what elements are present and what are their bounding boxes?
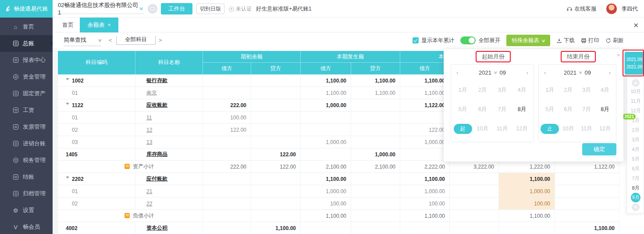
panel-month-item[interactable]: 2月 bbox=[627, 127, 644, 133]
account-name-link[interactable]: 南京 bbox=[146, 90, 157, 96]
month-cell-12[interactable]: 12月 bbox=[596, 119, 614, 138]
month-cell-11[interactable]: 11月 bbox=[577, 119, 596, 138]
next-year-icon[interactable]: › bbox=[609, 69, 611, 76]
refresh-button[interactable]: 刷新 bbox=[605, 37, 624, 44]
panel-month-item[interactable]: 7月 bbox=[627, 175, 644, 182]
subject-selector[interactable]: 全部科目 bbox=[116, 36, 156, 45]
simple-search-dropdown[interactable]: 简单查找 ∨ bbox=[64, 36, 101, 46]
account-name-link[interactable]: 12 bbox=[146, 127, 152, 133]
month-cell-8[interactable]: 8月 bbox=[512, 100, 532, 119]
account-code-cell: 2202 bbox=[58, 173, 135, 185]
bookkeeping-icon[interactable] bbox=[148, 4, 157, 14]
funds-icon bbox=[12, 74, 19, 80]
sidebar-item-tax[interactable]: 税务管理 bbox=[0, 152, 53, 169]
print-button[interactable]: 打印 bbox=[581, 37, 599, 44]
account-name-link[interactable]: 银行存款 bbox=[146, 77, 167, 83]
month-cell-1[interactable]: 1月 bbox=[453, 80, 473, 100]
switch-old-version-button[interactable]: 切到日版 bbox=[196, 4, 224, 14]
end-pill[interactable]: 止 bbox=[541, 124, 559, 134]
workbench-button[interactable]: 工作台 bbox=[161, 3, 192, 14]
expand-caret-icon[interactable] bbox=[66, 103, 69, 107]
month-cell-10[interactable]: 10月 bbox=[473, 119, 492, 138]
sidebar-item-report-center[interactable]: 报表中心 bbox=[0, 52, 53, 68]
month-cell-7[interactable]: 7月 bbox=[577, 100, 596, 119]
next-year-icon[interactable]: › bbox=[527, 69, 528, 76]
sidebar-item-invoice[interactable]: 发票管理 bbox=[0, 119, 53, 135]
user-name[interactable]: 李四代 bbox=[622, 5, 638, 13]
panel-month-item[interactable]: 11月 bbox=[627, 98, 644, 104]
sidebar-item-general-ledger[interactable]: 总账 bbox=[0, 35, 53, 52]
panel-month-current[interactable]: 9月 bbox=[631, 193, 640, 202]
year-month-selector[interactable]: 2021∨09 bbox=[479, 69, 506, 76]
panel-month-item[interactable]: 12月 bbox=[627, 108, 644, 114]
year-month-selector[interactable]: 2021∨09 bbox=[564, 69, 591, 76]
panel-month-item[interactable]: 10月 bbox=[627, 88, 644, 95]
sidebar-item-closing[interactable]: 结账 bbox=[0, 169, 53, 185]
expand-all-toggle[interactable] bbox=[460, 36, 476, 44]
online-service-button[interactable]: 在线客服 bbox=[566, 5, 597, 13]
sidebar-item-settings[interactable]: ⚙设置 bbox=[0, 202, 53, 219]
show-ytd-checkbox[interactable] bbox=[413, 37, 419, 43]
month-cell-10[interactable]: 10月 bbox=[559, 119, 577, 138]
expand-caret-icon[interactable] bbox=[66, 176, 69, 180]
sidebar-item-member[interactable]: V畅会员 bbox=[0, 219, 53, 234]
sidebar-item-archive[interactable]: 归档管理 bbox=[0, 185, 53, 202]
month-cell-4[interactable]: 4月 bbox=[596, 80, 614, 100]
collapse-panel-icon[interactable]: » bbox=[617, 51, 620, 58]
month-cell-6[interactable]: 6月 bbox=[559, 100, 577, 119]
sidebar-item-funds[interactable]: 资金管理 bbox=[0, 68, 53, 85]
sidebar-item-inventory-ledger[interactable]: 进销台账 bbox=[0, 135, 53, 152]
account-name-link[interactable]: 应收账款 bbox=[146, 102, 167, 108]
confirm-button[interactable]: 确定 bbox=[582, 143, 616, 155]
prev-year-icon[interactable]: ‹ bbox=[456, 69, 458, 76]
sidebar-item-fixed-assets[interactable]: 固定资产 bbox=[0, 85, 53, 102]
account-name-link[interactable]: 资本公积 bbox=[146, 225, 167, 231]
tab-close-icon[interactable]: × bbox=[107, 22, 110, 28]
month-cell-3[interactable]: 3月 bbox=[577, 80, 596, 100]
tab-balance-sheet[interactable]: 余额表 × bbox=[80, 18, 118, 32]
month-cell-2[interactable]: 2月 bbox=[473, 80, 492, 100]
company-selector[interactable]: 02畅捷通信息技术股份有限公司1 ∨ bbox=[58, 4, 144, 14]
month-cell-6[interactable]: 6月 bbox=[473, 100, 492, 119]
panel-month-item[interactable]: 8月 bbox=[627, 185, 644, 191]
month-cell-9[interactable]: 止 bbox=[541, 119, 559, 138]
download-button[interactable]: 下载 bbox=[556, 37, 575, 44]
sidebar-item-payroll[interactable]: 工资 bbox=[0, 102, 53, 119]
month-cell-9[interactable]: 起 bbox=[453, 119, 473, 138]
tab-home[interactable]: 首页 bbox=[55, 18, 81, 32]
expand-caret-icon[interactable] bbox=[66, 78, 69, 82]
prev-year-icon[interactable]: ‹ bbox=[544, 69, 546, 76]
start-pill[interactable]: 起 bbox=[454, 124, 472, 134]
month-cell-8[interactable]: 8月 bbox=[596, 100, 614, 119]
next-subject-arrow[interactable]: > bbox=[159, 37, 162, 43]
account-name-link[interactable]: 21 bbox=[146, 188, 152, 194]
amount-cell bbox=[203, 148, 251, 161]
account-name-link[interactable]: 13 bbox=[146, 139, 152, 145]
month-cell-12[interactable]: 12月 bbox=[512, 119, 532, 138]
account-name-link[interactable]: 库存商品 bbox=[146, 151, 167, 157]
scroll-down-button[interactable] bbox=[632, 203, 640, 211]
scroll-up-button[interactable] bbox=[632, 79, 640, 87]
prev-subject-arrow[interactable]: < bbox=[109, 37, 112, 43]
month-cell-5[interactable]: 5月 bbox=[541, 100, 559, 119]
month-cell-7[interactable]: 7月 bbox=[492, 100, 512, 119]
panel-month-item[interactable]: 5月 bbox=[627, 156, 644, 162]
sidebar-item-home[interactable]: ⌂首页 bbox=[0, 18, 53, 35]
account-name-link[interactable]: 11 bbox=[146, 115, 152, 121]
month-cell-2[interactable]: 2月 bbox=[559, 80, 577, 100]
panel-month-item[interactable]: 3月 bbox=[627, 137, 644, 143]
amount-cell bbox=[203, 210, 251, 222]
month-cell-1[interactable]: 1月 bbox=[541, 80, 559, 100]
special-balance-button[interactable]: 特殊余额表 ∨ bbox=[506, 35, 550, 46]
month-cell-11[interactable]: 11月 bbox=[492, 119, 512, 138]
month-cell-3[interactable]: 3月 bbox=[492, 80, 512, 100]
account-name-cell: 南京 bbox=[135, 87, 203, 99]
panel-month-item[interactable]: 4月 bbox=[627, 146, 644, 153]
month-cell-5[interactable]: 5月 bbox=[453, 100, 473, 119]
account-name-link[interactable]: 22 bbox=[146, 201, 152, 207]
close-icon[interactable]: ✕ bbox=[633, 22, 639, 29]
account-name-link[interactable]: 应付账款 bbox=[146, 176, 167, 182]
panel-month-item[interactable]: 6月 bbox=[627, 166, 644, 172]
avatar[interactable] bbox=[606, 3, 617, 14]
month-cell-4[interactable]: 4月 bbox=[512, 80, 532, 100]
